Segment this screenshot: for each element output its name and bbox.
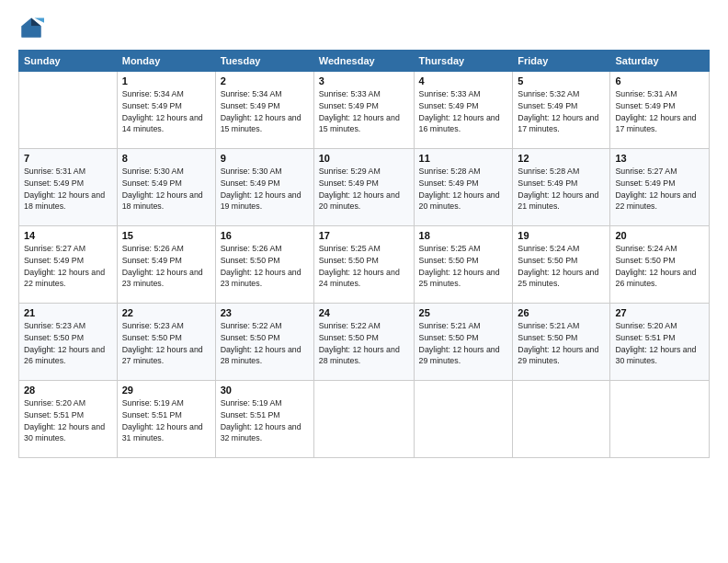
day-info: Sunrise: 5:24 AM Sunset: 5:50 PM Dayligh… xyxy=(518,243,605,290)
calendar-cell xyxy=(513,381,610,458)
day-number: 28 xyxy=(24,385,112,396)
day-info: Sunrise: 5:27 AM Sunset: 5:49 PM Dayligh… xyxy=(615,166,704,213)
calendar-col-friday: Friday xyxy=(513,51,610,72)
day-number: 1 xyxy=(122,75,210,86)
day-info: Sunrise: 5:25 AM Sunset: 5:50 PM Dayligh… xyxy=(319,243,409,290)
svg-rect-2 xyxy=(22,26,41,37)
calendar-cell: 7Sunrise: 5:31 AM Sunset: 5:49 PM Daylig… xyxy=(19,149,118,226)
day-number: 16 xyxy=(221,230,309,241)
calendar-cell: 6Sunrise: 5:31 AM Sunset: 5:49 PM Daylig… xyxy=(610,72,710,149)
day-number: 10 xyxy=(319,153,409,164)
calendar-col-tuesday: Tuesday xyxy=(215,51,313,72)
calendar-cell: 28Sunrise: 5:20 AM Sunset: 5:51 PM Dayli… xyxy=(19,381,118,458)
calendar-week-5: 28Sunrise: 5:20 AM Sunset: 5:51 PM Dayli… xyxy=(19,381,710,458)
calendar-cell: 12Sunrise: 5:28 AM Sunset: 5:49 PM Dayli… xyxy=(513,149,610,226)
calendar-cell xyxy=(19,72,118,149)
day-info: Sunrise: 5:29 AM Sunset: 5:49 PM Dayligh… xyxy=(319,166,409,213)
calendar-cell: 15Sunrise: 5:26 AM Sunset: 5:49 PM Dayli… xyxy=(117,226,215,304)
day-number: 23 xyxy=(221,307,309,318)
day-number: 29 xyxy=(122,385,210,396)
calendar-cell: 23Sunrise: 5:22 AM Sunset: 5:50 PM Dayli… xyxy=(215,304,313,381)
calendar-cell xyxy=(610,381,710,458)
day-info: Sunrise: 5:21 AM Sunset: 5:50 PM Dayligh… xyxy=(419,320,508,367)
day-number: 17 xyxy=(319,230,409,241)
day-info: Sunrise: 5:20 AM Sunset: 5:51 PM Dayligh… xyxy=(24,397,112,444)
day-info: Sunrise: 5:27 AM Sunset: 5:49 PM Dayligh… xyxy=(24,243,112,290)
day-info: Sunrise: 5:22 AM Sunset: 5:50 PM Dayligh… xyxy=(221,320,309,367)
calendar-cell: 22Sunrise: 5:23 AM Sunset: 5:50 PM Dayli… xyxy=(117,304,215,381)
day-info: Sunrise: 5:19 AM Sunset: 5:51 PM Dayligh… xyxy=(122,397,210,444)
day-info: Sunrise: 5:22 AM Sunset: 5:50 PM Dayligh… xyxy=(319,320,409,367)
calendar-cell: 19Sunrise: 5:24 AM Sunset: 5:50 PM Dayli… xyxy=(513,226,610,304)
calendar-cell: 10Sunrise: 5:29 AM Sunset: 5:49 PM Dayli… xyxy=(313,149,414,226)
calendar-cell: 11Sunrise: 5:28 AM Sunset: 5:49 PM Dayli… xyxy=(414,149,513,226)
day-info: Sunrise: 5:25 AM Sunset: 5:50 PM Dayligh… xyxy=(419,243,508,290)
calendar-table: SundayMondayTuesdayWednesdayThursdayFrid… xyxy=(18,50,710,458)
day-number: 6 xyxy=(615,75,704,86)
day-info: Sunrise: 5:28 AM Sunset: 5:49 PM Dayligh… xyxy=(419,166,508,213)
header xyxy=(18,15,710,40)
calendar-cell xyxy=(414,381,513,458)
calendar-col-thursday: Thursday xyxy=(414,51,513,72)
day-info: Sunrise: 5:33 AM Sunset: 5:49 PM Dayligh… xyxy=(419,88,508,135)
calendar-col-wednesday: Wednesday xyxy=(313,51,414,72)
day-info: Sunrise: 5:34 AM Sunset: 5:49 PM Dayligh… xyxy=(122,88,210,135)
calendar-cell: 20Sunrise: 5:24 AM Sunset: 5:50 PM Dayli… xyxy=(610,226,710,304)
day-number: 7 xyxy=(24,153,112,164)
day-number: 15 xyxy=(122,230,210,241)
calendar-cell xyxy=(313,381,414,458)
calendar-week-3: 14Sunrise: 5:27 AM Sunset: 5:49 PM Dayli… xyxy=(19,226,710,304)
day-number: 12 xyxy=(518,153,605,164)
calendar-cell: 30Sunrise: 5:19 AM Sunset: 5:51 PM Dayli… xyxy=(215,381,313,458)
calendar-cell: 5Sunrise: 5:32 AM Sunset: 5:49 PM Daylig… xyxy=(513,72,610,149)
day-info: Sunrise: 5:26 AM Sunset: 5:50 PM Dayligh… xyxy=(221,243,309,290)
calendar-cell: 14Sunrise: 5:27 AM Sunset: 5:49 PM Dayli… xyxy=(19,226,118,304)
calendar-cell: 3Sunrise: 5:33 AM Sunset: 5:49 PM Daylig… xyxy=(313,72,414,149)
day-number: 24 xyxy=(319,307,409,318)
day-number: 4 xyxy=(419,75,508,86)
calendar-week-4: 21Sunrise: 5:23 AM Sunset: 5:50 PM Dayli… xyxy=(19,304,710,381)
calendar-cell: 17Sunrise: 5:25 AM Sunset: 5:50 PM Dayli… xyxy=(313,226,414,304)
day-info: Sunrise: 5:23 AM Sunset: 5:50 PM Dayligh… xyxy=(122,320,210,367)
day-info: Sunrise: 5:26 AM Sunset: 5:49 PM Dayligh… xyxy=(122,243,210,290)
calendar-cell: 4Sunrise: 5:33 AM Sunset: 5:49 PM Daylig… xyxy=(414,72,513,149)
calendar-header-row: SundayMondayTuesdayWednesdayThursdayFrid… xyxy=(19,51,710,72)
day-number: 14 xyxy=(24,230,112,241)
calendar-cell: 8Sunrise: 5:30 AM Sunset: 5:49 PM Daylig… xyxy=(117,149,215,226)
day-number: 3 xyxy=(319,75,409,86)
day-info: Sunrise: 5:31 AM Sunset: 5:49 PM Dayligh… xyxy=(24,166,112,213)
day-info: Sunrise: 5:23 AM Sunset: 5:50 PM Dayligh… xyxy=(24,320,112,367)
day-number: 11 xyxy=(419,153,508,164)
day-info: Sunrise: 5:30 AM Sunset: 5:49 PM Dayligh… xyxy=(221,166,309,213)
calendar-week-1: 1Sunrise: 5:34 AM Sunset: 5:49 PM Daylig… xyxy=(19,72,710,149)
calendar-col-monday: Monday xyxy=(117,51,215,72)
calendar-cell: 16Sunrise: 5:26 AM Sunset: 5:50 PM Dayli… xyxy=(215,226,313,304)
day-number: 19 xyxy=(518,230,605,241)
day-info: Sunrise: 5:20 AM Sunset: 5:51 PM Dayligh… xyxy=(615,320,704,367)
day-number: 2 xyxy=(221,75,309,86)
day-info: Sunrise: 5:28 AM Sunset: 5:49 PM Dayligh… xyxy=(518,166,605,213)
logo-icon xyxy=(18,15,44,40)
day-number: 27 xyxy=(615,307,704,318)
day-info: Sunrise: 5:30 AM Sunset: 5:49 PM Dayligh… xyxy=(122,166,210,213)
calendar-cell: 13Sunrise: 5:27 AM Sunset: 5:49 PM Dayli… xyxy=(610,149,710,226)
calendar-cell: 21Sunrise: 5:23 AM Sunset: 5:50 PM Dayli… xyxy=(19,304,118,381)
day-info: Sunrise: 5:24 AM Sunset: 5:50 PM Dayligh… xyxy=(615,243,704,290)
calendar-col-saturday: Saturday xyxy=(610,51,710,72)
calendar-week-2: 7Sunrise: 5:31 AM Sunset: 5:49 PM Daylig… xyxy=(19,149,710,226)
day-info: Sunrise: 5:21 AM Sunset: 5:50 PM Dayligh… xyxy=(518,320,605,367)
day-number: 30 xyxy=(221,385,309,396)
calendar-cell: 24Sunrise: 5:22 AM Sunset: 5:50 PM Dayli… xyxy=(313,304,414,381)
day-number: 20 xyxy=(615,230,704,241)
day-number: 18 xyxy=(419,230,508,241)
calendar-col-sunday: Sunday xyxy=(19,51,118,72)
calendar-cell: 18Sunrise: 5:25 AM Sunset: 5:50 PM Dayli… xyxy=(414,226,513,304)
day-number: 5 xyxy=(518,75,605,86)
day-number: 26 xyxy=(518,307,605,318)
day-info: Sunrise: 5:34 AM Sunset: 5:49 PM Dayligh… xyxy=(221,88,309,135)
day-info: Sunrise: 5:31 AM Sunset: 5:49 PM Dayligh… xyxy=(615,88,704,135)
calendar-cell: 27Sunrise: 5:20 AM Sunset: 5:51 PM Dayli… xyxy=(610,304,710,381)
calendar-cell: 26Sunrise: 5:21 AM Sunset: 5:50 PM Dayli… xyxy=(513,304,610,381)
logo xyxy=(18,15,48,40)
calendar-cell: 1Sunrise: 5:34 AM Sunset: 5:49 PM Daylig… xyxy=(117,72,215,149)
